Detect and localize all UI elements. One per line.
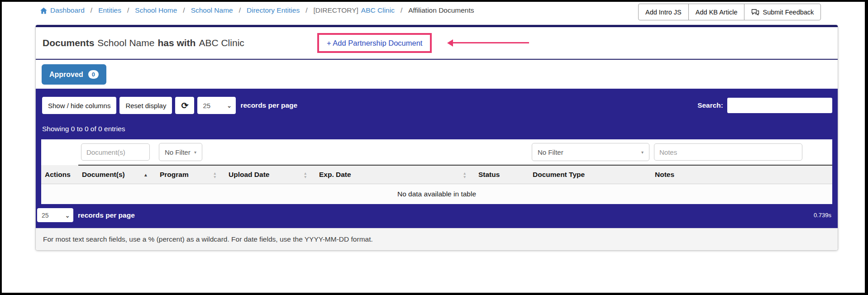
breadcrumb: Dashboard / Entities / School Home / Sch… [40,6,474,14]
records-per-page-label: records per page [240,101,297,109]
search-hint-footer: For most text search fields, use a % (pe… [36,228,838,250]
search-label: Search: [697,101,723,109]
documents-filter-input[interactable] [81,143,150,161]
sort-both-icon: ▲▼ [304,172,307,179]
column-header-status[interactable]: Status [475,165,529,184]
query-timing: 0.739s [814,212,831,219]
tab-approved[interactable]: Approved 0 [42,64,106,85]
breadcrumb-link-school-home[interactable]: School Home [135,6,177,14]
refresh-button[interactable]: ⟳ [175,97,194,114]
records-per-page-label-bottom: records per page [78,211,135,219]
breadcrumb-link-entities[interactable]: Entities [98,6,121,14]
panel-header: Documents School Name has with ABC Clini… [36,27,838,60]
show-hide-columns-button[interactable]: Show / hide columns [42,97,116,114]
title-school-name: School Name [97,38,154,48]
breadcrumb-link-school-name[interactable]: School Name [191,6,233,14]
sort-both-icon: ▲▼ [463,172,467,179]
directory-tag: [DIRECTORY] [313,6,358,14]
annotation-arrow [453,42,529,43]
table-pagination-row: 25 ⌄ records per page 0.739s [36,204,838,228]
breadcrumb-separator: / [127,6,129,14]
table-filter-row: No Filter ▾ No Filter ▾ [41,139,832,165]
chevron-down-icon: ⌄ [65,212,70,219]
caret-down-icon: ▾ [641,150,644,155]
breadcrumb-separator: / [305,6,307,14]
no-data-message: No data available in table [41,184,832,205]
empty-table-row: No data available in table [41,184,832,205]
document-type-filter-select[interactable]: No Filter ▾ [532,143,649,161]
title-entity-name: ABC Clinic [199,38,244,48]
documents-table: No Filter ▾ No Filter ▾ [41,139,832,204]
table-header-row: Actions Document(s) ▲ Program ▲▼ Upload … [41,165,832,184]
showing-entries-status: Showing 0 to 0 of 0 entries [42,125,831,133]
caret-down-icon: ▾ [194,150,196,155]
breadcrumb-current: Affiliation Documents [408,6,474,14]
program-filter-select[interactable]: No Filter ▾ [159,143,202,161]
sort-both-icon: ▲▼ [213,172,217,179]
breadcrumb-separator: / [239,6,241,14]
documents-panel: Documents School Name has with ABC Clini… [35,25,838,251]
column-header-program[interactable]: Program ▲▼ [156,165,225,184]
breadcrumb-separator: / [91,6,92,14]
breadcrumb-link-dashboard[interactable]: Dashboard [40,6,85,14]
breadcrumb-link-directory-entities[interactable]: Directory Entities [247,6,300,14]
sort-asc-icon: ▲ [143,172,148,177]
directory-name: ABC Clinic [361,6,395,14]
annotation-highlight-box: + Add Partnership Document [317,33,432,53]
title-documents: Documents [43,38,94,48]
notes-filter-input[interactable] [654,143,802,161]
breadcrumb-link-directory-abc-clinic[interactable]: [DIRECTORY] ABC Clinic [313,6,394,14]
reset-display-button[interactable]: Reset display [119,97,172,114]
home-icon [40,7,48,14]
table-controls-region: Show / hide columns Reset display ⟳ 25 ⌄… [36,89,838,228]
page-size-select-bottom[interactable]: 25 ⌄ [37,208,73,222]
breadcrumb-separator: / [401,6,402,14]
refresh-icon: ⟳ [181,101,188,110]
column-header-notes[interactable]: Notes [651,165,832,184]
add-intro-js-button[interactable]: Add Intro JS [638,4,689,20]
column-header-upload-date[interactable]: Upload Date ▲▼ [225,165,315,184]
column-header-documents[interactable]: Document(s) ▲ [78,165,156,184]
column-header-document-type[interactable]: Document Type [529,165,651,184]
search-input[interactable] [727,98,832,113]
breadcrumb-separator: / [183,6,185,14]
approved-count-badge: 0 [88,70,99,79]
add-kb-article-button[interactable]: Add KB Article [688,4,745,20]
table-toolbar: Show / hide columns Reset display ⟳ 25 ⌄… [42,97,832,114]
column-header-actions: Actions [41,165,78,184]
submit-feedback-button[interactable]: Submit Feedback [744,4,821,20]
chevron-down-icon: ⌄ [227,102,232,109]
column-header-exp-date[interactable]: Exp. Date ▲▼ [315,165,475,184]
status-tab-row: Approved 0 [36,60,838,89]
title-has-with: has with [157,38,196,48]
chat-bubbles-icon [751,9,759,16]
page-size-select[interactable]: 25 ⌄ [197,97,236,114]
header-button-group: Add Intro JS Add KB Article Submit Feedb… [638,4,821,20]
add-partnership-document-link[interactable]: + Add Partnership Document [327,39,422,48]
